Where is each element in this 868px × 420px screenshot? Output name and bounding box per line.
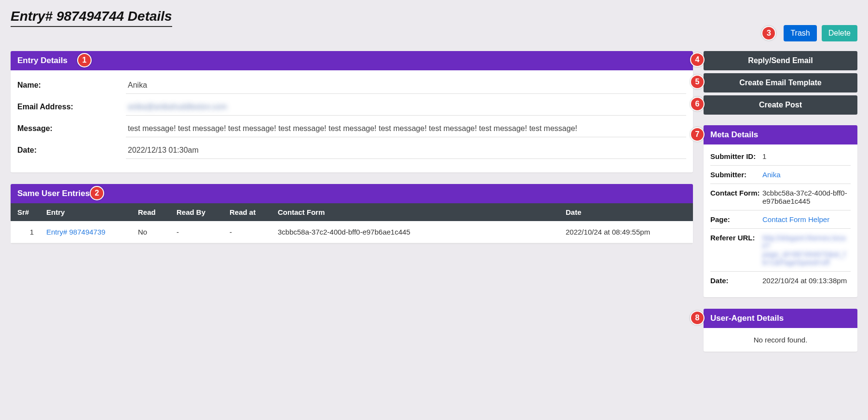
cell-readat: -: [230, 228, 278, 236]
create-email-template-button[interactable]: 5 Create Email Template: [704, 73, 857, 92]
field-value-message: test message! test message! test message…: [126, 120, 686, 137]
meta-row-submitter-id: Submitter ID: 1: [710, 152, 851, 166]
table-row: 1 Entry# 987494739 No - - 3cbbc58a-37c2-…: [11, 221, 693, 243]
annotation-badge-4: 4: [690, 52, 705, 67]
delete-button[interactable]: Delete: [822, 25, 857, 41]
annotation-badge-7: 7: [690, 127, 705, 142]
annotation-badge-5: 5: [690, 75, 705, 89]
same-user-entries-header-text: Same User Entries: [17, 189, 90, 198]
col-readat: Read at: [230, 208, 278, 216]
annotation-badge-6: 6: [690, 97, 705, 111]
annotation-badge-2: 2: [90, 186, 104, 200]
table-header: Sr# Entry Read Read By Read at Contact F…: [11, 203, 693, 221]
meta-row-referer: Referer URL: http://elegant-themes.loca …: [710, 229, 851, 272]
cell-form: 3cbbc58a-37c2-400d-bff0-e97b6ae1c445: [278, 228, 566, 236]
meta-details-header-text: Meta Details: [710, 130, 758, 139]
field-row-message: Message: test message! test message! tes…: [17, 120, 686, 137]
col-sr: Sr#: [17, 208, 46, 216]
field-label-email: Email Address:: [17, 100, 126, 111]
field-label-date: Date:: [17, 143, 126, 155]
user-agent-header: 8 User-Agent Details: [704, 309, 857, 328]
create-email-template-label: Create Email Template: [739, 79, 821, 87]
annotation-badge-1: 1: [77, 53, 92, 67]
meta-label-submitter-id: Submitter ID:: [710, 152, 762, 160]
meta-row-contact-form: Contact Form: 3cbbc58a-37c2-400d-bff0-e9…: [710, 184, 851, 210]
entry-details-header-text: Entry Details: [17, 56, 68, 65]
meta-value-submitter-link[interactable]: Anika: [762, 171, 851, 179]
meta-label-submitter: Submitter:: [710, 171, 762, 179]
meta-value-page-link[interactable]: Contact Form Helper: [762, 215, 851, 223]
field-value-name: Anika: [126, 77, 686, 94]
annotation-badge-3: 3: [761, 26, 776, 40]
col-read: Read: [138, 208, 176, 216]
cell-sr: 1: [17, 228, 46, 236]
meta-row-page: Page: Contact Form Helper: [710, 210, 851, 229]
col-form: Contact Form: [278, 208, 566, 216]
entry-details-header: Entry Details 1: [11, 51, 693, 70]
meta-value-submitter-id: 1: [762, 152, 851, 160]
col-entry: Entry: [46, 208, 138, 216]
field-label-name: Name:: [17, 78, 126, 90]
field-row-name: Name: Anika: [17, 77, 686, 94]
user-agent-panel: 8 User-Agent Details No record found.: [704, 309, 857, 352]
cell-date: 2022/10/24 at 08:49:55pm: [566, 228, 686, 236]
meta-label-contact-form: Contact Form:: [710, 189, 762, 205]
field-row-email: Email Address: anika@anikahuddleston.com: [17, 99, 686, 116]
reply-send-email-button[interactable]: 4 Reply/Send Email: [704, 51, 857, 70]
meta-value-date: 2022/10/24 at 09:13:38pm: [762, 276, 851, 285]
user-agent-header-text: User-Agent Details: [710, 314, 784, 323]
same-user-entries-header: Same User Entries 2: [11, 184, 693, 203]
create-post-label: Create Post: [759, 101, 802, 109]
user-agent-body: No record found.: [704, 328, 857, 352]
field-value-email: anika@anikahuddleston.com: [126, 99, 686, 116]
meta-label-page: Page:: [710, 215, 762, 223]
col-date: Date: [566, 208, 686, 216]
annotation-badge-8: 8: [690, 311, 705, 325]
reply-send-email-label: Reply/Send Email: [748, 56, 813, 65]
meta-label-date: Date:: [710, 276, 762, 285]
field-label-message: Message:: [17, 121, 126, 133]
meta-row-submitter: Submitter: Anika: [710, 166, 851, 184]
field-value-date: 2022/12/13 01:30am: [126, 142, 686, 159]
entry-details-panel: Entry Details 1 Name: Anika Email Addres…: [11, 51, 693, 172]
meta-details-panel: 7 Meta Details Submitter ID: 1 Submitter…: [704, 125, 857, 297]
trash-button[interactable]: Trash: [784, 25, 816, 41]
same-user-entries-panel: Same User Entries 2 Sr# Entry Read Read …: [11, 184, 693, 243]
col-readby: Read By: [176, 208, 230, 216]
meta-label-referer: Referer URL:: [710, 234, 762, 266]
meta-value-referer-link[interactable]: http://elegant-themes.loca l/?page_id=98…: [762, 234, 851, 266]
cell-readby: -: [176, 228, 230, 236]
cell-read: No: [138, 228, 176, 236]
create-post-button[interactable]: 6 Create Post: [704, 95, 857, 115]
meta-row-date: Date: 2022/10/24 at 09:13:38pm: [710, 272, 851, 289]
page-title: Entry# 987494744 Details: [11, 9, 172, 27]
meta-details-header: 7 Meta Details: [704, 125, 857, 144]
meta-value-contact-form: 3cbbc58a-37c2-400d-bff0-e97b6ae1c445: [762, 189, 851, 205]
cell-entry-link[interactable]: Entry# 987494739: [46, 228, 138, 236]
field-row-date: Date: 2022/12/13 01:30am: [17, 142, 686, 159]
